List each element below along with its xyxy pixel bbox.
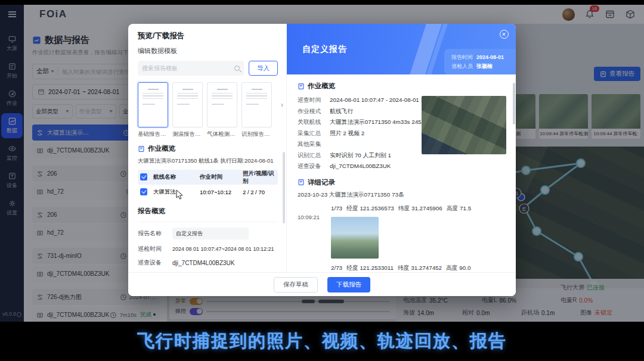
table-row: 大疆算法… 10:07~10:12 2 / 2 / 70: [138, 185, 278, 200]
template-card-gas[interactable]: 气体检测…: [207, 82, 237, 138]
template-card-thermal[interactable]: 测温报告…: [172, 82, 203, 138]
route-table: 航线名称 作业时间 照片/视频/识别 大疆算法… 10:07~10:12 2 /…: [138, 170, 278, 200]
report-preview-column: 自定义报告 报告时间2024-08-01 巡检人员张颖楠 作业概览 巡查时间20…: [286, 24, 516, 272]
chevron-right-icon[interactable]: ›: [281, 100, 283, 109]
report-fields: 报告名称 巡检时间 2024 08 01 10:07:47~2024 08 01…: [138, 222, 278, 272]
template-thumbnail: [138, 82, 168, 127]
report-preview-modal: 预览/下载报告 编辑数据模板 导入 基础报告…: [128, 24, 516, 296]
template-card-recognition[interactable]: 识别报告…: [242, 82, 272, 138]
subtitle-bar: 飞行时捕捉到的照片、视频、轨迹回放、报告: [0, 322, 644, 361]
document-icon: [298, 83, 305, 90]
document-icon: [298, 179, 305, 186]
search-icon: [234, 66, 240, 71]
preview-meta-card: 报告时间2024-08-01 巡检人员张颖楠: [444, 49, 516, 74]
report-overview-section: 报告概览: [138, 207, 278, 216]
record-photo[interactable]: [331, 217, 379, 259]
document-icon: [138, 145, 145, 153]
template-thumbnail: [242, 82, 272, 127]
template-thumbnail: [207, 82, 237, 127]
download-report-button[interactable]: 下载报告: [327, 277, 370, 292]
template-card-basic[interactable]: 基础报告…: [138, 82, 168, 138]
subtitle-text: 飞行时捕捉到的照片、视频、轨迹回放、报告: [137, 329, 507, 353]
mission-map-thumbnail[interactable]: [422, 96, 506, 154]
job-overview-section: 作业概览: [138, 144, 278, 153]
preview-job-overview-section: 作业概览: [298, 82, 506, 91]
job-summary: 大疆算法演示07171350 航线1条 执行日期:2024-08-01: [138, 157, 278, 165]
scrollbar-thumb[interactable]: [283, 152, 285, 223]
save-draft-button[interactable]: 保存草稿: [274, 277, 318, 292]
detail-record: 10:09:43异常停车检 2/73 经度 121.2533011 纬度 31.…: [298, 264, 506, 273]
preview-body: 作业概览 巡查时间2024-08-01 10:07:47 - 2024-08-0…: [287, 74, 516, 272]
preview-banner: 自定义报告 报告时间2024-08-01 巡检人员张颖楠: [287, 24, 516, 74]
detail-summary: 2023-10-23 大疆算法演示07171350 73条: [298, 191, 506, 199]
screen: 大屏 开始 作业 数据 监控: [0, 0, 644, 361]
close-icon[interactable]: [500, 30, 509, 39]
scrollbar-thumb[interactable]: [513, 83, 515, 125]
report-editor-column: 预览/下载报告 编辑数据模板 导入 基础报告…: [128, 24, 286, 272]
template-thumbnail: [172, 82, 203, 127]
modal-footer: 保存草稿 下载报告: [128, 272, 516, 296]
report-name-input[interactable]: [172, 228, 249, 239]
modal-title: 预览/下载报告: [138, 31, 278, 41]
template-search: [138, 61, 244, 76]
detail-record: 10:09:21 1/73 经度 121.2536573 纬度 31.27459…: [298, 205, 506, 259]
preview-title: 自定义报告: [302, 44, 347, 55]
template-search-input[interactable]: [142, 65, 234, 71]
row-checkbox[interactable]: [140, 188, 147, 195]
select-all-checkbox[interactable]: [140, 173, 147, 181]
detail-records-section: 详细记录: [298, 178, 506, 187]
import-button[interactable]: 导入: [249, 61, 278, 76]
template-section-label: 编辑数据模板: [138, 46, 278, 55]
